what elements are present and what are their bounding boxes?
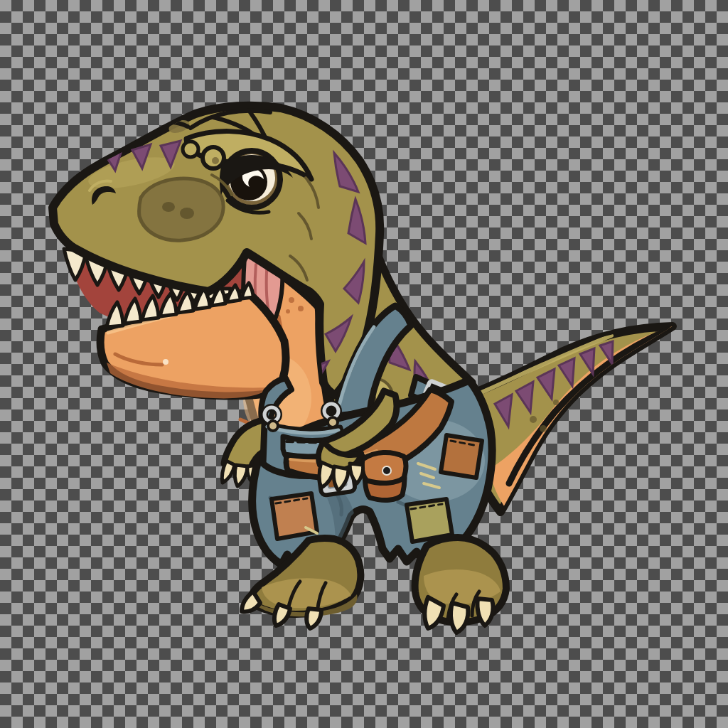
tail-speckle bbox=[553, 400, 559, 405]
tail-speckle bbox=[530, 416, 537, 423]
brow-bump bbox=[183, 141, 198, 157]
snout-muzzle bbox=[139, 178, 224, 240]
foot-left bbox=[242, 538, 360, 628]
claw bbox=[222, 461, 235, 483]
patch-right-hip bbox=[441, 435, 482, 478]
brow-bump-dot bbox=[212, 157, 219, 164]
chin-highlight bbox=[163, 359, 168, 365]
tail-speckle bbox=[540, 425, 547, 432]
toe-claw bbox=[242, 592, 260, 611]
transparency-checkerboard bbox=[0, 0, 728, 728]
freckle bbox=[286, 309, 290, 314]
head bbox=[53, 106, 380, 399]
freckle bbox=[298, 306, 304, 311]
trex-sticker bbox=[0, 0, 728, 728]
pouch-stud bbox=[382, 466, 391, 475]
toe-claw bbox=[451, 603, 468, 633]
foot-right-claws bbox=[425, 597, 493, 633]
strap-rivet bbox=[328, 417, 338, 427]
toe-claw bbox=[306, 609, 321, 628]
pouch bbox=[362, 452, 406, 500]
foot-right bbox=[415, 537, 506, 633]
strap-rivet bbox=[268, 421, 278, 431]
freckle bbox=[289, 297, 294, 303]
muzzle-nostril-dot bbox=[162, 202, 175, 212]
toe-claw bbox=[274, 604, 290, 626]
toe-claw bbox=[477, 599, 493, 626]
muzzle-nostril-dot bbox=[180, 208, 194, 219]
